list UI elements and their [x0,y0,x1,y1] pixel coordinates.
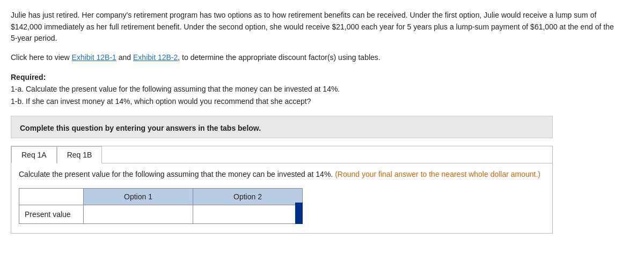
exhibit-12b2-link[interactable]: Exhibit 12B-2 [133,53,178,62]
option1-header: Option 1 [84,188,193,205]
complete-box: Complete this question by entering your … [11,116,553,138]
present-value-label: Present value [19,205,84,223]
tabs-area: Req 1A Req 1B Calculate the present valu… [11,146,553,234]
complete-box-text: Complete this question by entering your … [20,124,261,132]
intro-paragraph: Julie has just retired. Her company's re… [11,10,623,44]
tab-req1b[interactable]: Req 1B [57,146,103,163]
tab-req1a[interactable]: Req 1A [11,146,57,163]
empty-header [19,188,84,205]
click-line: Click here to view Exhibit 12B-1 and Exh… [11,52,628,64]
exhibit-12b1-link[interactable]: Exhibit 12B-1 [72,53,116,62]
round-note: (Round your final answer to the nearest … [335,170,540,178]
calc-description: Calculate the present value for the foll… [19,169,545,181]
tab-content-req1a: Calculate the present value for the foll… [11,163,552,233]
option1-input-cell[interactable] [84,205,193,223]
table-row: Present value [19,205,303,223]
table-wrapper: Option 1 Option 2 Present value [19,188,303,224]
option2-header: Option 2 [193,188,303,205]
table-container: Option 1 Option 2 Present value [19,188,545,226]
required-line2: 1-b. If she can invest money at 14%, whi… [11,95,628,107]
required-section: Required: 1-a. Calculate the present val… [11,71,628,107]
required-label: Required: [11,73,46,81]
option2-input-cell[interactable] [193,205,303,223]
pv-table: Option 1 Option 2 Present value [19,188,303,224]
option2-input[interactable] [199,208,297,220]
tabs-row: Req 1A Req 1B [11,146,552,163]
option1-input[interactable] [89,208,187,220]
required-line1: 1-a. Calculate the present value for the… [11,83,628,95]
scroll-indicator[interactable] [295,203,303,224]
